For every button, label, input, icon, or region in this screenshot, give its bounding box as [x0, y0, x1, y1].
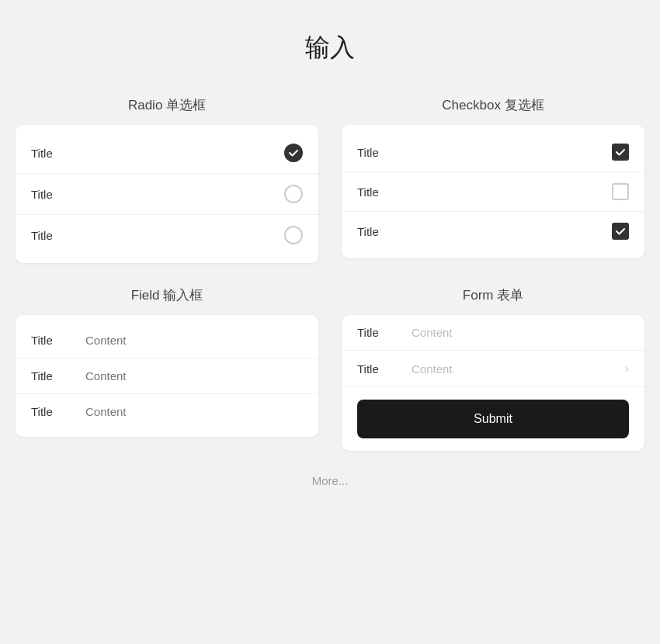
form-value-1: Content — [412, 326, 629, 339]
radio-item-label-3: Title — [31, 229, 53, 242]
field-item: Title — [16, 394, 318, 429]
radio-checked-icon[interactable] — [284, 144, 303, 162]
field-label-1: Title — [31, 334, 70, 347]
radio-item-label-1: Title — [31, 147, 53, 160]
bottom-row: Field 输入框 Title Title Title Form 表单 — [16, 286, 644, 451]
top-row: Radio 单选框 Title Title Title — [16, 96, 644, 263]
list-item[interactable]: Title — [16, 174, 318, 215]
form-item: Title Content — [342, 315, 644, 351]
form-label-1: Title — [357, 326, 396, 339]
chevron-right-icon: › — [625, 362, 629, 376]
list-item[interactable]: Title — [16, 133, 318, 174]
form-item[interactable]: Title Content › — [342, 351, 644, 387]
list-item[interactable]: Title — [16, 215, 318, 255]
radio-section: Radio 单选框 Title Title Title — [16, 96, 318, 263]
checkbox-unchecked-icon[interactable] — [612, 183, 629, 200]
form-section-title: Form 表单 — [463, 286, 523, 304]
form-value-2: Content — [412, 362, 610, 376]
radio-card: Title Title Title — [16, 125, 318, 263]
field-input-1[interactable] — [85, 334, 303, 347]
checkbox-section: Checkbox 复选框 Title Title Title — [342, 96, 644, 263]
sections-wrapper: Radio 单选框 Title Title Title — [16, 96, 644, 451]
checkbox-section-title: Checkbox 复选框 — [442, 96, 544, 114]
radio-unchecked-icon[interactable] — [284, 226, 303, 244]
field-section: Field 输入框 Title Title Title — [16, 286, 318, 451]
field-card: Title Title Title — [16, 315, 318, 437]
submit-button[interactable]: Submit — [357, 400, 629, 438]
list-item[interactable]: Title — [342, 212, 644, 251]
field-item: Title — [16, 323, 318, 358]
form-section: Form 表单 Title Content Title Content › Su… — [342, 286, 644, 451]
radio-section-title: Radio 单选框 — [128, 96, 206, 114]
checkbox-checked-icon[interactable] — [612, 144, 629, 161]
field-item: Title — [16, 358, 318, 394]
more-link[interactable]: More... — [312, 474, 349, 487]
page-title: 输入 — [305, 31, 355, 65]
radio-item-label-2: Title — [31, 188, 53, 201]
field-input-3[interactable] — [85, 405, 303, 418]
list-item[interactable]: Title — [342, 172, 644, 212]
field-input-2[interactable] — [85, 369, 303, 383]
form-label-2: Title — [357, 362, 396, 376]
field-section-title: Field 输入框 — [131, 286, 203, 304]
checkbox-item-label-1: Title — [357, 146, 379, 159]
field-label-2: Title — [31, 369, 70, 383]
field-label-3: Title — [31, 405, 70, 418]
checkbox-card: Title Title Title — [342, 125, 644, 258]
checkbox-checked-icon[interactable] — [612, 223, 629, 240]
checkbox-item-label-3: Title — [357, 225, 379, 238]
form-card: Title Content Title Content › Submit — [342, 315, 644, 451]
radio-unchecked-icon[interactable] — [284, 185, 303, 203]
list-item[interactable]: Title — [342, 133, 644, 172]
checkbox-item-label-2: Title — [357, 185, 379, 199]
